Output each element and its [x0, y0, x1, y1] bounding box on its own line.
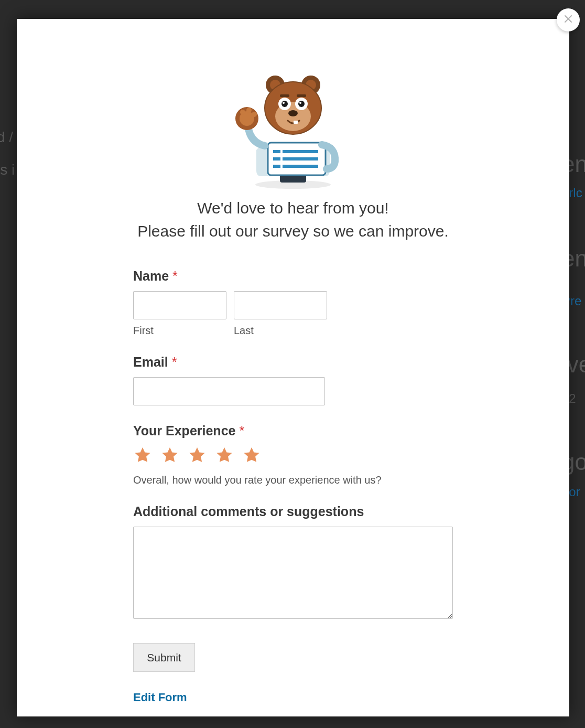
star-icon[interactable] — [160, 446, 179, 465]
bg-frag: is i — [0, 162, 15, 178]
close-button[interactable] — [557, 8, 580, 31]
email-input[interactable] — [133, 377, 325, 405]
svg-point-27 — [283, 102, 285, 104]
survey-form: Name * First Last Email * — [133, 269, 458, 704]
submit-button[interactable]: Submit — [133, 643, 195, 672]
name-label: Name * — [133, 269, 458, 284]
experience-hint: Overall, how would you rate your experie… — [133, 474, 458, 486]
field-name: Name * First Last — [133, 269, 458, 337]
required-asterisk: * — [172, 269, 178, 283]
field-email: Email * — [133, 355, 458, 405]
survey-modal: We'd love to hear from you! Please fill … — [17, 19, 569, 716]
name-label-text: Name — [133, 269, 169, 283]
experience-label: Your Experience * — [133, 423, 458, 438]
intro-line-2: Please fill out our survey so we can imp… — [137, 222, 449, 240]
required-asterisk: * — [172, 355, 177, 369]
svg-rect-6 — [283, 150, 318, 153]
svg-rect-8 — [283, 157, 318, 160]
last-name-input[interactable] — [234, 291, 327, 319]
intro-line-1: We'd love to hear from you! — [197, 199, 388, 217]
svg-point-15 — [252, 112, 257, 117]
svg-rect-7 — [273, 157, 280, 160]
experience-label-text: Your Experience — [133, 423, 235, 438]
svg-point-28 — [299, 102, 301, 104]
svg-rect-9 — [273, 165, 280, 168]
edit-form-link[interactable]: Edit Form — [133, 691, 187, 704]
first-name-input[interactable] — [133, 291, 226, 319]
field-comments: Additional comments or suggestions — [133, 504, 458, 621]
svg-point-13 — [240, 110, 245, 115]
comments-label: Additional comments or suggestions — [133, 504, 458, 519]
last-name-sublabel: Last — [234, 325, 327, 337]
svg-rect-5 — [273, 150, 280, 153]
svg-point-25 — [281, 101, 288, 107]
email-label: Email * — [133, 355, 458, 370]
star-icon[interactable] — [133, 446, 152, 465]
star-icon[interactable] — [188, 446, 207, 465]
star-icon[interactable] — [242, 446, 261, 465]
svg-rect-10 — [283, 165, 318, 168]
svg-rect-29 — [280, 94, 289, 97]
comments-textarea[interactable] — [133, 527, 453, 619]
bg-frag: d / — [0, 129, 13, 146]
svg-point-31 — [288, 110, 298, 116]
required-asterisk: * — [239, 423, 244, 438]
svg-rect-32 — [294, 121, 298, 124]
star-icon[interactable] — [215, 446, 234, 465]
email-label-text: Email — [133, 355, 168, 369]
svg-rect-30 — [297, 94, 306, 97]
star-rating — [133, 446, 458, 465]
field-experience: Your Experience * Overall, how would you… — [133, 423, 458, 486]
close-icon — [564, 15, 572, 25]
svg-point-26 — [298, 101, 305, 107]
intro-text: We'd love to hear from you! Please fill … — [38, 197, 548, 242]
mascot-image — [225, 71, 361, 189]
first-name-sublabel: First — [133, 325, 226, 337]
svg-point-14 — [246, 108, 252, 113]
